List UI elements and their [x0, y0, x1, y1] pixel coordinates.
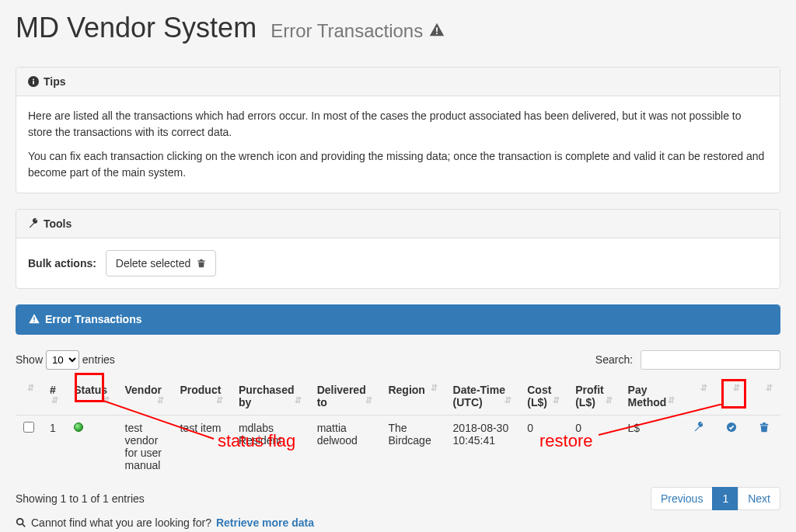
- tips-body: Here are listed all the transactions whi…: [16, 96, 780, 193]
- cell-status: [66, 416, 117, 478]
- datatable-controls: Show 10 entries Search:: [16, 350, 780, 370]
- cell-pay-method: L$: [620, 416, 683, 478]
- retrieve-more-row: Cannot find what you are looking for? Re…: [16, 516, 780, 529]
- svg-rect-0: [436, 27, 438, 32]
- length-control: Show 10 entries: [16, 350, 115, 370]
- wrench-icon: [28, 218, 39, 229]
- col-profit[interactable]: Profit (L$)⇵: [567, 377, 620, 416]
- tips-heading: Tips: [16, 68, 780, 96]
- cell-delivered-to: mattia delwood: [309, 416, 381, 478]
- page-title: MD Vendor System: [16, 12, 257, 43]
- svg-point-8: [17, 519, 23, 525]
- cell-product: test item: [172, 416, 230, 478]
- cell-num: 1: [42, 416, 66, 478]
- datatable-info: Showing 1 to 1 of 1 entries: [16, 492, 145, 505]
- fix-wrench-button[interactable]: [693, 422, 704, 435]
- col-num[interactable]: #⇵: [42, 377, 66, 416]
- cell-cost: 0: [519, 416, 567, 478]
- col-actions-3[interactable]: ⇵: [748, 377, 780, 416]
- retrieve-prefix: Cannot find what you are looking for?: [31, 516, 211, 529]
- status-dot-icon: [74, 422, 83, 432]
- page-1-button[interactable]: 1: [712, 487, 738, 510]
- search-input[interactable]: [641, 350, 780, 370]
- col-status[interactable]: Status⇵: [66, 377, 117, 416]
- svg-rect-1: [436, 33, 438, 34]
- search-control: Search:: [595, 350, 780, 370]
- next-button[interactable]: Next: [738, 487, 780, 510]
- bulk-actions-label: Bulk actions:: [28, 257, 96, 269]
- prev-button[interactable]: Previous: [651, 487, 713, 510]
- svg-rect-3: [33, 81, 34, 84]
- tips-paragraph-1: Here are listed all the transactions whi…: [28, 108, 768, 141]
- svg-rect-4: [33, 79, 34, 81]
- table-header-row: ⇵ #⇵ Status⇵ Vendor⇵ Product⇵ Purchased …: [16, 377, 780, 416]
- search-icon: [16, 517, 26, 528]
- error-transactions-heading: Error Transactions: [16, 305, 780, 334]
- tips-panel: Tips Here are listed all the transaction…: [16, 67, 780, 193]
- col-vendor[interactable]: Vendor⇵: [117, 377, 173, 416]
- show-label: Show: [16, 353, 43, 366]
- svg-rect-6: [33, 321, 34, 322]
- trash-icon: [197, 259, 206, 268]
- col-delivered-to[interactable]: Delivered to⇵: [309, 377, 381, 416]
- warning-icon: [428, 22, 445, 39]
- col-datetime[interactable]: Date-Time (UTC)⇵: [445, 377, 520, 416]
- cell-vendor: test vendor for user manual: [117, 416, 173, 478]
- search-label: Search:: [595, 353, 633, 366]
- svg-line-9: [23, 524, 26, 527]
- warning-icon: [28, 313, 40, 325]
- tools-heading: Tools: [16, 210, 780, 238]
- tips-paragraph-2: You can fix each transaction clicking on…: [28, 148, 768, 181]
- col-actions-2[interactable]: ⇵: [715, 377, 748, 416]
- cell-datetime: 2018-08-30 10:45:41: [445, 416, 520, 478]
- cell-profit: 0: [567, 416, 620, 478]
- error-transactions-title: Error Transactions: [45, 313, 142, 325]
- table-row: 1 test vendor for user manual test item …: [16, 416, 780, 478]
- tips-title: Tips: [44, 75, 66, 88]
- transactions-table: ⇵ #⇵ Status⇵ Vendor⇵ Product⇵ Purchased …: [16, 377, 780, 478]
- length-select[interactable]: 10: [46, 350, 79, 370]
- datatable-footer: Showing 1 to 1 of 1 entries Previous 1 N…: [16, 487, 780, 510]
- delete-row-button[interactable]: [759, 422, 770, 435]
- error-transactions-panel: Error Transactions: [16, 304, 780, 335]
- col-actions-1[interactable]: ⇵: [683, 377, 715, 416]
- tools-panel: Tools Bulk actions: Delete selected: [16, 209, 780, 289]
- col-product[interactable]: Product⇵: [172, 377, 230, 416]
- info-icon: [28, 76, 39, 87]
- col-region[interactable]: Region⇵: [380, 377, 445, 416]
- restore-button[interactable]: [726, 422, 737, 435]
- col-pay-method[interactable]: Pay Method⇵: [620, 377, 683, 416]
- cell-purchased-by: mdlabs Resident: [231, 416, 309, 478]
- col-checkbox[interactable]: ⇵: [16, 377, 42, 416]
- col-cost[interactable]: Cost (L$)⇵: [519, 377, 567, 416]
- entries-label: entries: [82, 353, 115, 366]
- row-checkbox[interactable]: [23, 422, 34, 433]
- svg-rect-5: [33, 317, 34, 320]
- page-container: MD Vendor System Error Transactions Tips…: [0, 0, 796, 532]
- retrieve-more-link[interactable]: Retrieve more data: [216, 516, 314, 529]
- delete-selected-label: Delete selected: [116, 257, 191, 269]
- col-purchased-by[interactable]: Purchased by⇵: [231, 377, 309, 416]
- pagination: Previous 1 Next: [651, 487, 780, 510]
- tools-body: Bulk actions: Delete selected: [16, 238, 780, 288]
- page-header: MD Vendor System Error Transactions: [16, 12, 780, 51]
- page-subtitle: Error Transactions: [271, 20, 423, 41]
- tools-title: Tools: [44, 217, 72, 230]
- delete-selected-button[interactable]: Delete selected: [106, 250, 216, 276]
- cell-region: The Birdcage: [380, 416, 445, 478]
